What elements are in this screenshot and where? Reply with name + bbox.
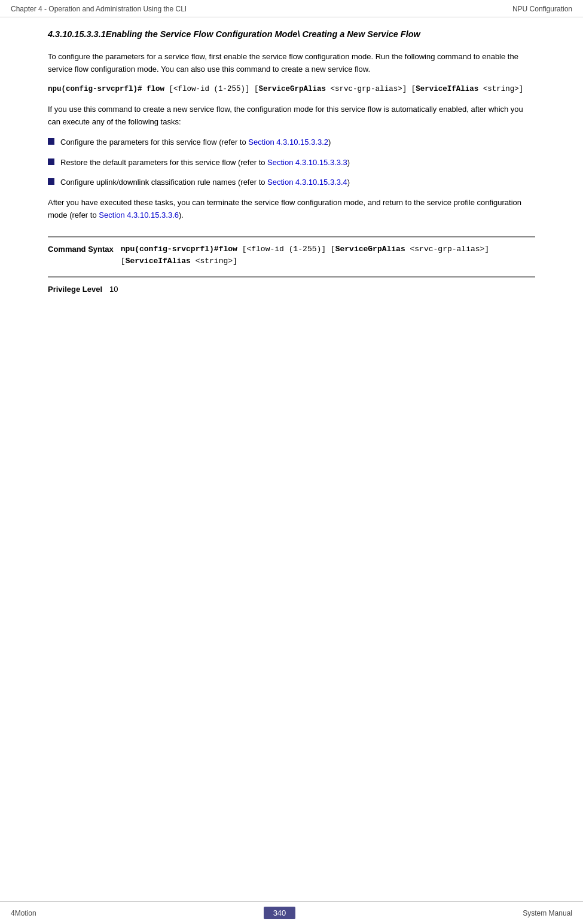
bullet-icon: [48, 158, 54, 165]
bullet-icon: [48, 178, 54, 185]
command-syntax-row: Command Syntax npu(config-srvcprfl)#flow…: [48, 237, 535, 275]
bullet-link-3[interactable]: Section 4.3.10.15.3.3.4: [267, 178, 347, 187]
command-syntax-table: Command Syntax npu(config-srvcprfl)#flow…: [48, 236, 535, 275]
page-header: Chapter 4 - Operation and Administration…: [0, 0, 583, 17]
header-right: NPU Configuration: [512, 5, 572, 13]
intro-paragraph: To configure the parameters for a servic…: [48, 51, 535, 76]
bullet-text-3: Configure uplink/downlink classification…: [60, 176, 350, 188]
after-command-text: If you use this command to create a new …: [48, 103, 535, 129]
cmd-val-bold2: ServiceIfAlias: [126, 257, 191, 266]
command-display-bold1: ServiceGrpAlias: [259, 85, 326, 93]
command-syntax-label: Command Syntax: [48, 237, 121, 275]
bullet-text-1: Configure the parameters for this servic…: [60, 136, 331, 148]
privilege-level-label: Privilege Level: [48, 277, 109, 302]
after-tasks-paragraph: After you have executed these tasks, you…: [48, 197, 535, 222]
list-item: Configure the parameters for this servic…: [48, 136, 535, 148]
bullet-text-2: Restore the default parameters for this …: [60, 157, 350, 169]
footer-right: System Manual: [523, 909, 572, 917]
section-title: 4.3.10.15.3.3.1Enabling the Service Flow…: [48, 28, 535, 40]
command-display: npu(config-srvcprfl)# flow [<flow-id (1-…: [48, 83, 535, 95]
command-display-prefix: npu(config-srvcprfl)# flow: [48, 85, 164, 93]
privilege-level-table: Privilege Level 10: [48, 276, 535, 302]
cmd-val-suffix1: [<flow-id (1-255)] [: [237, 245, 335, 254]
header-left: Chapter 4 - Operation and Administration…: [11, 5, 187, 13]
bullet-link-2[interactable]: Section 4.3.10.15.3.3.3: [267, 158, 347, 167]
footer-page-number: 340: [264, 907, 296, 919]
command-display-bold2: ServiceIfAlias: [416, 85, 478, 93]
page-footer: 4Motion 340 System Manual: [0, 901, 583, 924]
list-item: Configure uplink/downlink classification…: [48, 176, 535, 188]
cmd-val-prefix: npu(config-srvcprfl)#flow: [121, 245, 237, 254]
footer-left: 4Motion: [11, 909, 36, 917]
cmd-val-bold1: ServiceGrpAlias: [335, 245, 405, 254]
bullet-link-1[interactable]: Section 4.3.10.15.3.3.2: [248, 138, 328, 147]
main-content: 4.3.10.15.3.3.1Enabling the Service Flow…: [0, 17, 583, 350]
command-display-suffix3: <string>]: [478, 85, 523, 93]
privilege-level-row: Privilege Level 10: [48, 277, 535, 302]
bullet-list: Configure the parameters for this servic…: [48, 136, 535, 188]
privilege-level-value: 10: [109, 277, 535, 302]
bullet-icon: [48, 138, 54, 145]
list-item: Restore the default parameters for this …: [48, 157, 535, 169]
after-tasks-link[interactable]: Section 4.3.10.15.3.3.6: [99, 211, 179, 219]
cmd-val-suffix3: <string>]: [191, 257, 237, 266]
command-syntax-value: npu(config-srvcprfl)#flow [<flow-id (1-2…: [121, 237, 535, 275]
command-display-suffix2: <srvc-grp-alias>] [: [326, 85, 416, 93]
command-display-suffix1: [<flow-id (1-255)] [: [164, 85, 259, 93]
